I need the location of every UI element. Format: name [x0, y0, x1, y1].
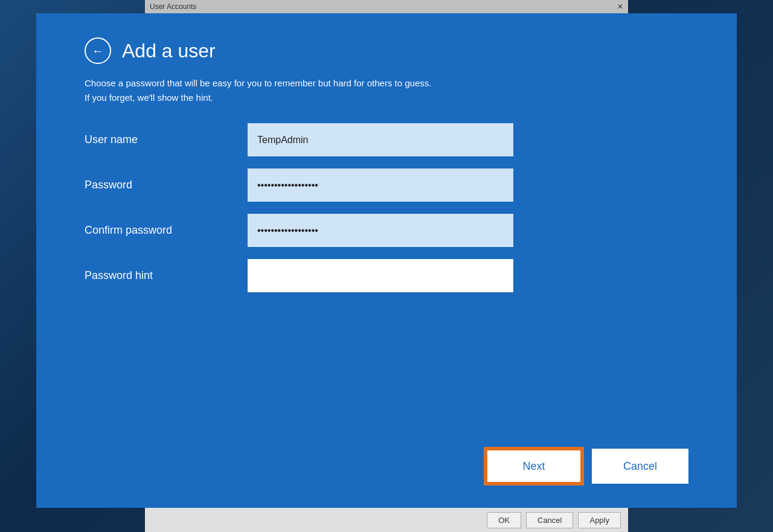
password-input[interactable]	[248, 168, 513, 202]
form-area: User name Password Confirm password	[85, 123, 688, 425]
dialog-buttons: Next Cancel	[85, 425, 688, 484]
password-hint-label: Password hint	[85, 269, 248, 282]
username-input[interactable]	[248, 123, 513, 156]
dialog-header: ← Add a user	[85, 37, 688, 64]
password-label: Password	[85, 179, 248, 191]
username-input-wrap	[248, 123, 513, 156]
password-row: Password	[85, 168, 688, 202]
password-hint-input-wrap: ✕ My ouword password	[248, 259, 513, 292]
desc-line2: If you forget, we'll show the hint.	[85, 92, 213, 103]
back-icon: ←	[92, 44, 104, 58]
top-bar-close[interactable]: ✕	[617, 2, 623, 11]
username-row: User name	[85, 123, 688, 156]
outer-background: User Accounts ✕ OK Cancel Apply ← Add a …	[0, 0, 773, 532]
dialog-description: Choose a password that will be easy for …	[85, 76, 507, 105]
dialog-title: Add a user	[122, 40, 216, 62]
password-hint-input[interactable]	[248, 259, 513, 292]
confirm-password-input[interactable]	[248, 214, 513, 247]
apply-button[interactable]: Apply	[578, 512, 621, 528]
confirm-password-input-wrap	[248, 214, 513, 247]
cancel-button[interactable]: Cancel	[592, 449, 688, 484]
top-bar: User Accounts ✕	[145, 0, 628, 13]
desc-line1: Choose a password that will be easy for …	[85, 78, 431, 88]
username-label: User name	[85, 133, 248, 146]
add-user-dialog: ← Add a user Choose a password that will…	[36, 13, 737, 508]
confirm-password-row: Confirm password	[85, 214, 688, 247]
next-button[interactable]: Next	[486, 449, 582, 484]
confirm-password-label: Confirm password	[85, 224, 248, 237]
top-bar-title: User Accounts	[150, 2, 196, 11]
ok-button[interactable]: OK	[487, 512, 521, 528]
password-input-wrap	[248, 168, 513, 202]
password-hint-row: Password hint ✕ My ouword password	[85, 259, 688, 292]
back-button[interactable]: ←	[85, 37, 111, 64]
bottom-bar: OK Cancel Apply	[145, 508, 628, 532]
cancel-bg-button[interactable]: Cancel	[526, 512, 573, 528]
